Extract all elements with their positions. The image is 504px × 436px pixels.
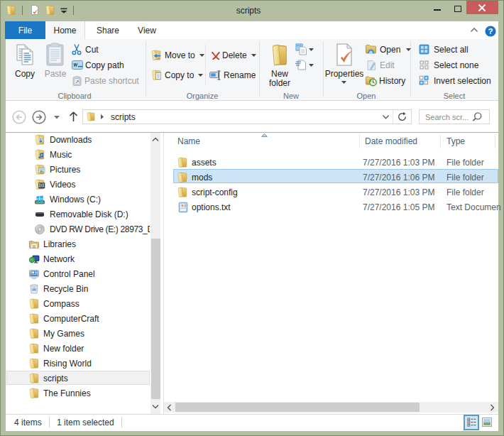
svg-text:?: ? — [488, 27, 493, 36]
